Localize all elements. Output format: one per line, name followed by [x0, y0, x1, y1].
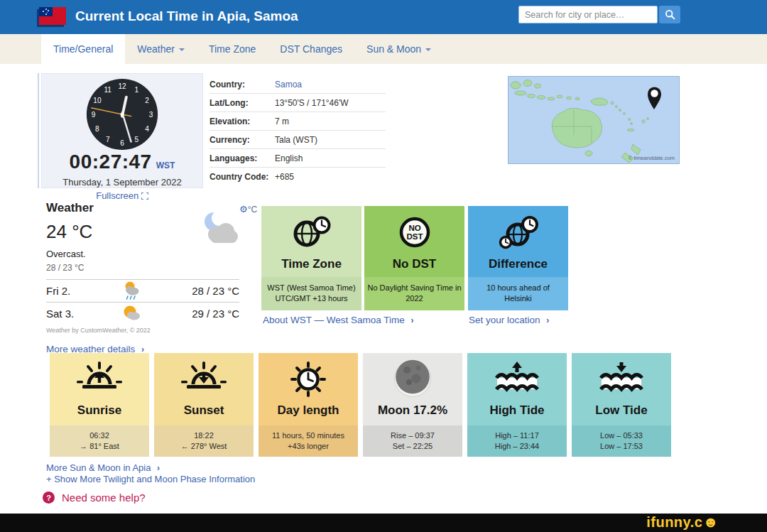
card-title: Low Tide — [572, 403, 671, 418]
clock-panel: 12 1 2 3 4 5 6 7 9 8 10 11 00:27:47WST T… — [41, 73, 203, 188]
sunrise-icon — [77, 361, 122, 393]
flag-canton — [39, 7, 53, 16]
samoa-flag-icon — [39, 7, 66, 25]
globe-clock-icon — [292, 215, 332, 249]
card-details: 06:32 → 81° East — [50, 425, 149, 457]
fact-row-elevation: Elevation:7 m — [210, 112, 386, 131]
help-icon: ? — [43, 492, 55, 504]
tab-time-general[interactable]: Time/General — [41, 34, 125, 64]
card-title: Moon 17.2% — [363, 403, 462, 418]
svg-text:5: 5 — [134, 136, 138, 143]
search-input[interactable] — [518, 6, 658, 23]
card-moon: Moon 17.2% Rise – 09:37 Set – 22:25 — [363, 353, 462, 457]
svg-text:NO: NO — [408, 224, 420, 232]
forecast-table: Fri 2. 28 / 23 °C Sa — [46, 279, 239, 325]
svg-text:10: 10 — [93, 97, 102, 104]
set-location-link[interactable]: Set your location › — [469, 315, 549, 325]
svg-text:7: 7 — [106, 136, 110, 143]
card-details: 10 hours ahead of Helsinki — [468, 277, 568, 310]
today-high-low: 28 / 23 °C — [46, 263, 254, 273]
tide-up-icon — [494, 361, 540, 395]
tide-down-icon — [599, 361, 644, 395]
timezone-abbr: WST — [156, 161, 175, 170]
show-twilight-link[interactable]: + Show More Twilight and Moon Phase Info… — [46, 474, 255, 484]
unit-settings[interactable]: ⚙°C — [239, 204, 257, 215]
chevron-right-icon: › — [411, 315, 414, 325]
weather-condition: Overcast. — [46, 249, 254, 259]
fact-row-languages: Languages:English — [210, 149, 386, 168]
sunset-icon — [181, 361, 227, 393]
tab-time-zone[interactable]: Time Zone — [197, 34, 268, 64]
card-details: 18:22 ← 278° West — [154, 425, 254, 457]
moon-phase-icon — [393, 359, 433, 398]
svg-text:DST: DST — [406, 232, 423, 241]
no-dst-icon: NO DST — [397, 215, 433, 249]
chevron-right-icon: › — [546, 315, 549, 325]
card-title: Sunset — [154, 403, 254, 418]
card-time-zone: Time Zone WST (West Samoa Time) UTC/GMT … — [261, 206, 361, 310]
card-title: Sunrise — [50, 403, 149, 418]
tab-sun-moon[interactable]: Sun & Moon — [354, 34, 443, 64]
card-title: High Tide — [467, 403, 567, 418]
svg-text:4: 4 — [145, 125, 149, 133]
forecast-row: Sat 3. 29 / 23 °C — [46, 302, 239, 325]
card-details: High – 11:17 High – 23:44 — [467, 425, 567, 457]
caret-down-icon — [425, 48, 431, 51]
globe-clocks-icon — [498, 215, 539, 249]
svg-text:8: 8 — [95, 125, 99, 133]
card-title: No DST — [364, 257, 464, 271]
page-title: Current Local Time in Apia, Samoa — [75, 9, 298, 24]
smiley-icon: ☻ — [702, 514, 719, 530]
card-title: Day length — [259, 403, 358, 418]
help-link[interactable]: ? Need some help? — [43, 492, 146, 504]
digital-time: 00:27:47 — [70, 151, 152, 173]
svg-text:1: 1 — [134, 86, 138, 94]
tab-weather[interactable]: Weather — [125, 34, 197, 64]
card-low-tide: Low Tide Low – 05:33 Low – 17:53 — [572, 353, 671, 457]
svg-text:2: 2 — [145, 97, 149, 104]
location-facts: Country:Samoa Lat/Long:13°50'S / 171°46'… — [210, 75, 386, 185]
fact-row-currency: Currency:Tala (WST) — [210, 131, 386, 149]
svg-text:9: 9 — [92, 111, 96, 119]
moon-cloud-icon — [197, 210, 241, 248]
more-sun-moon-link[interactable]: More Sun & Moon in Apia › — [46, 462, 160, 473]
card-title: Time Zone — [261, 257, 361, 271]
svg-text:6: 6 — [120, 139, 124, 147]
current-date: Thursday, 1 September 2022 — [42, 177, 202, 188]
sun-cloud-icon — [122, 304, 141, 321]
caret-down-icon — [179, 48, 185, 51]
card-details: WST (West Samoa Time) UTC/GMT +13 hours — [261, 277, 361, 310]
svg-text:12: 12 — [118, 82, 126, 90]
weather-section: ⚙°C Weather 24 °C Overcast. 28 / 23 °C F… — [46, 201, 254, 354]
card-details: 11 hours, 50 minutes +43s longer — [259, 425, 358, 457]
fullscreen-link[interactable]: Fullscreen — [96, 190, 148, 201]
svg-text:3: 3 — [149, 111, 153, 119]
watermark: ifunny.c☻ — [646, 514, 719, 531]
card-title: Difference — [468, 257, 568, 271]
left-accent-rule — [38, 73, 39, 188]
card-difference: Difference 10 hours ahead of Helsinki — [468, 206, 568, 310]
sun-cloud-rain-icon — [122, 281, 141, 300]
card-details: Low – 05:33 Low – 17:53 — [572, 425, 671, 457]
chevron-right-icon: › — [157, 463, 160, 473]
fact-row-latlong: Lat/Long:13°50'S / 171°46'W — [210, 94, 386, 112]
search-icon — [665, 9, 675, 20]
map-attribution: © timeanddate.com — [629, 155, 675, 161]
main-nav: Time/General Weather Time Zone DST Chang… — [0, 34, 767, 64]
about-wst-link[interactable]: About WST — West Samoa Time › — [263, 315, 414, 325]
tab-dst-changes[interactable]: DST Changes — [268, 34, 354, 64]
fact-row-country: Country:Samoa — [210, 75, 386, 94]
header: Current Local Time in Apia, Samoa — [0, 0, 767, 34]
country-link[interactable]: Samoa — [275, 80, 302, 89]
svg-text:11: 11 — [104, 86, 112, 94]
card-sunrise: Sunrise 06:32 → 81° East — [50, 353, 149, 457]
card-high-tide: High Tide High – 11:17 High – 23:44 — [467, 353, 567, 457]
weather-attribution: Weather by CustomWeather, © 2022 — [46, 327, 254, 334]
sun-clock-icon — [288, 361, 328, 398]
card-sunset: Sunset 18:22 ← 278° West — [154, 353, 254, 457]
card-day-length: Day length 11 hours, 50 minutes +43s lon… — [259, 353, 358, 457]
footer-bar: ifunny.c☻ — [0, 514, 767, 532]
search-button[interactable] — [659, 6, 680, 23]
forecast-row: Fri 2. 28 / 23 °C — [46, 279, 239, 302]
analog-clock: 12 1 2 3 4 5 6 7 9 8 10 11 — [85, 77, 160, 152]
